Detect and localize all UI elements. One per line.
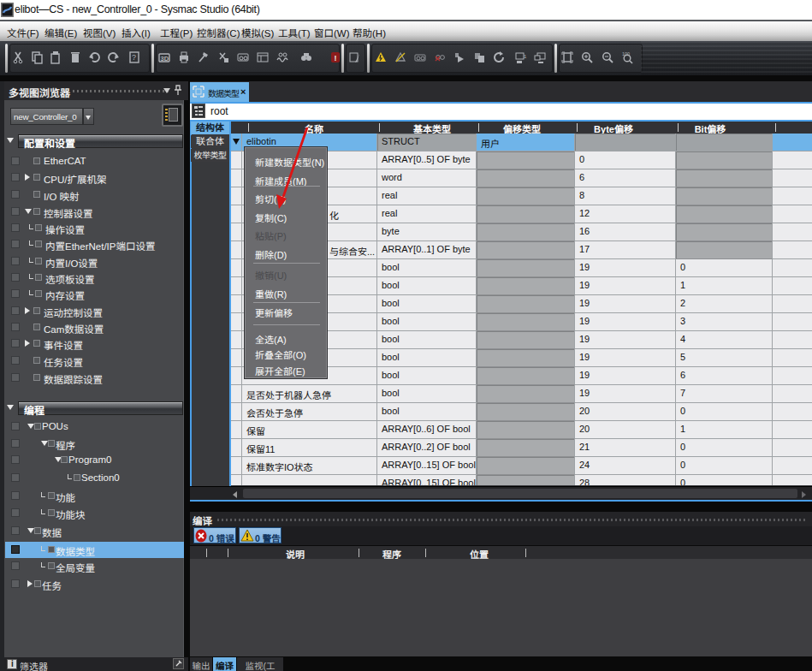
svg-text:!: !: [335, 54, 337, 62]
svg-text:3D: 3D: [161, 55, 169, 62]
svg-text:100: 100: [622, 51, 630, 56]
svg-text:?: ?: [132, 53, 136, 62]
svg-text:1: 1: [524, 54, 527, 59]
